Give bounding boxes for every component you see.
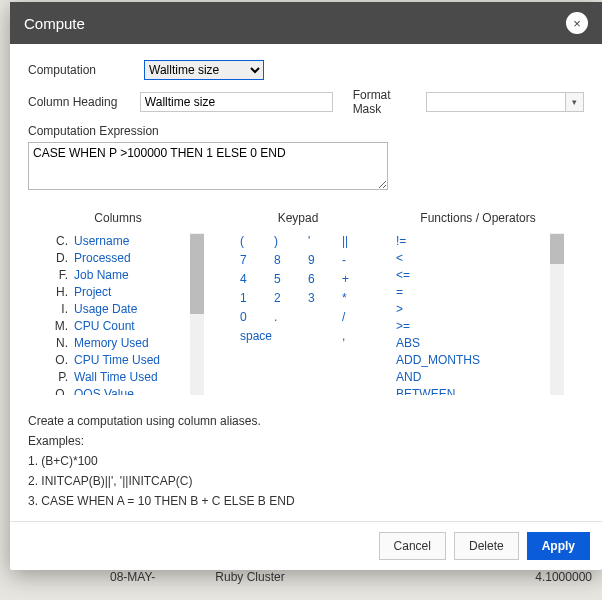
column-link[interactable]: Project bbox=[74, 284, 111, 301]
column-heading-input[interactable] bbox=[140, 92, 333, 112]
help-intro: Create a computation using column aliase… bbox=[28, 411, 584, 431]
help-example-3: 3. CASE WHEN A = 10 THEN B + C ELSE B EN… bbox=[28, 491, 584, 511]
keypad-key[interactable]: 2 bbox=[274, 290, 296, 307]
column-letter: N. bbox=[52, 335, 68, 352]
column-link[interactable]: CPU Count bbox=[74, 318, 135, 335]
column-letter: Q. bbox=[52, 386, 68, 395]
column-letter: M. bbox=[52, 318, 68, 335]
column-item[interactable]: I.Usage Date bbox=[52, 301, 208, 318]
column-letter: C. bbox=[52, 233, 68, 250]
column-item[interactable]: C.Username bbox=[52, 233, 208, 250]
keypad-key[interactable]: 7 bbox=[240, 252, 262, 269]
help-example-1: 1. (B+C)*100 bbox=[28, 451, 584, 471]
keypad-key[interactable]: ) bbox=[274, 233, 296, 250]
function-item[interactable]: <= bbox=[396, 267, 568, 284]
keypad-key[interactable]: 9 bbox=[308, 252, 330, 269]
function-item[interactable]: != bbox=[396, 233, 568, 250]
column-letter: H. bbox=[52, 284, 68, 301]
column-item[interactable]: O.CPU Time Used bbox=[52, 352, 208, 369]
functions-panel: Functions / Operators !=<<==>>=ABSADD_MO… bbox=[388, 211, 568, 395]
columns-scrollbar[interactable] bbox=[190, 233, 204, 395]
function-item[interactable]: < bbox=[396, 250, 568, 267]
computation-label: Computation bbox=[28, 63, 138, 77]
delete-button[interactable]: Delete bbox=[454, 532, 519, 560]
expression-label: Computation Expression bbox=[28, 124, 584, 138]
column-letter: D. bbox=[52, 250, 68, 267]
keypad-key[interactable]: - bbox=[342, 252, 364, 269]
function-item[interactable]: >= bbox=[396, 318, 568, 335]
format-mask-label: Format Mask bbox=[353, 88, 420, 116]
keypad-key bbox=[308, 309, 330, 326]
column-link[interactable]: QOS Value bbox=[74, 386, 134, 395]
help-examples-label: Examples: bbox=[28, 431, 584, 451]
keypad-key[interactable]: + bbox=[342, 271, 364, 288]
column-item[interactable]: D.Processed bbox=[52, 250, 208, 267]
keypad-key bbox=[308, 328, 330, 345]
column-letter: P. bbox=[52, 369, 68, 386]
column-link[interactable]: Usage Date bbox=[74, 301, 137, 318]
function-item[interactable]: > bbox=[396, 301, 568, 318]
modal-footer: Cancel Delete Apply bbox=[10, 521, 602, 570]
cancel-button[interactable]: Cancel bbox=[379, 532, 446, 560]
chevron-down-icon: ▾ bbox=[572, 97, 577, 107]
compute-modal: Compute × Computation Walltime size Colu… bbox=[10, 2, 602, 570]
keypad-panel: Keypad ()'||789-456+123*0./space, bbox=[208, 211, 388, 395]
keypad-header: Keypad bbox=[208, 211, 388, 225]
keypad-key[interactable]: , bbox=[342, 328, 364, 345]
columns-panel: Columns C.UsernameD.ProcessedF.Job NameH… bbox=[28, 211, 208, 395]
columns-header: Columns bbox=[28, 211, 208, 225]
keypad-key[interactable]: 0 bbox=[240, 309, 262, 326]
format-mask-input[interactable] bbox=[426, 92, 566, 112]
column-link[interactable]: Job Name bbox=[74, 267, 129, 284]
close-button[interactable]: × bbox=[566, 12, 588, 34]
column-heading-label: Column Heading bbox=[28, 95, 134, 109]
format-mask-dropdown[interactable]: ▾ bbox=[566, 92, 584, 112]
column-link[interactable]: Processed bbox=[74, 250, 131, 267]
column-item[interactable]: F.Job Name bbox=[52, 267, 208, 284]
keypad-key[interactable]: || bbox=[342, 233, 364, 250]
keypad-key[interactable]: * bbox=[342, 290, 364, 307]
keypad-key[interactable]: / bbox=[342, 309, 364, 326]
keypad-key[interactable]: space bbox=[240, 328, 296, 345]
keypad-key[interactable]: 4 bbox=[240, 271, 262, 288]
keypad-key[interactable]: 8 bbox=[274, 252, 296, 269]
function-item[interactable]: AND bbox=[396, 369, 568, 386]
keypad-key[interactable]: . bbox=[274, 309, 296, 326]
function-item[interactable]: ABS bbox=[396, 335, 568, 352]
modal-overlay: Compute × Computation Walltime size Colu… bbox=[0, 0, 602, 600]
keypad-key[interactable]: ' bbox=[308, 233, 330, 250]
column-link[interactable]: Username bbox=[74, 233, 129, 250]
functions-scrollbar[interactable] bbox=[550, 233, 564, 395]
column-letter: O. bbox=[52, 352, 68, 369]
column-item[interactable]: P.Wall Time Used bbox=[52, 369, 208, 386]
column-link[interactable]: CPU Time Used bbox=[74, 352, 160, 369]
modal-title: Compute bbox=[24, 15, 85, 32]
help-text: Create a computation using column aliase… bbox=[28, 411, 584, 511]
column-letter: I. bbox=[52, 301, 68, 318]
keypad-key[interactable]: 3 bbox=[308, 290, 330, 307]
keypad-key[interactable]: 6 bbox=[308, 271, 330, 288]
column-letter: F. bbox=[52, 267, 68, 284]
modal-body: Computation Walltime size Column Heading… bbox=[10, 44, 602, 521]
column-item[interactable]: N.Memory Used bbox=[52, 335, 208, 352]
help-example-2: 2. INITCAP(B)||', '||INITCAP(C) bbox=[28, 471, 584, 491]
keypad-key[interactable]: 5 bbox=[274, 271, 296, 288]
apply-button[interactable]: Apply bbox=[527, 532, 590, 560]
keypad-key[interactable]: ( bbox=[240, 233, 262, 250]
function-item[interactable]: = bbox=[396, 284, 568, 301]
column-link[interactable]: Memory Used bbox=[74, 335, 149, 352]
column-item[interactable]: M.CPU Count bbox=[52, 318, 208, 335]
function-item[interactable]: ADD_MONTHS bbox=[396, 352, 568, 369]
computation-select[interactable]: Walltime size bbox=[144, 60, 264, 80]
modal-header: Compute × bbox=[10, 2, 602, 44]
function-item[interactable]: BETWEEN bbox=[396, 386, 568, 395]
column-link[interactable]: Wall Time Used bbox=[74, 369, 158, 386]
expression-textarea[interactable]: CASE WHEN P >100000 THEN 1 ELSE 0 END bbox=[28, 142, 388, 190]
column-item[interactable]: H.Project bbox=[52, 284, 208, 301]
keypad-key[interactable]: 1 bbox=[240, 290, 262, 307]
functions-header: Functions / Operators bbox=[388, 211, 568, 225]
column-item[interactable]: Q.QOS Value bbox=[52, 386, 208, 395]
